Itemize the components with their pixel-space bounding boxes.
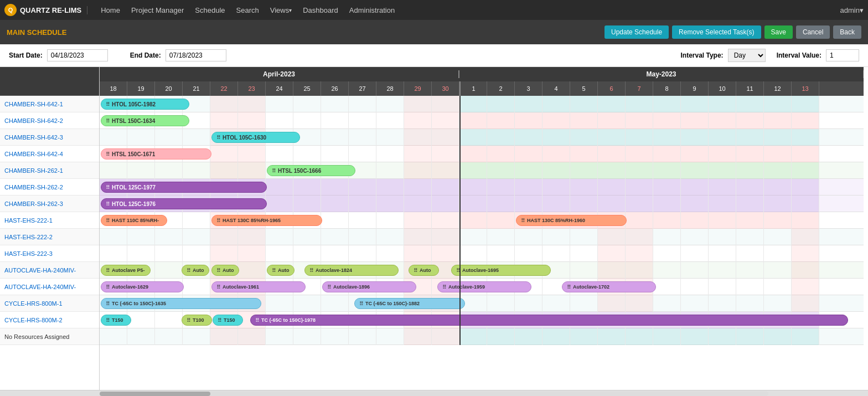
resource-cell[interactable]: HAST-EHS-222-3 xyxy=(0,245,99,262)
nav-schedule[interactable]: Schedule xyxy=(189,0,230,20)
task-htsl-1634[interactable]: HTSL 150C-1634 xyxy=(101,115,189,126)
resource-cell[interactable]: CHAMBER-SH-642-1 xyxy=(0,96,99,112)
task-autoclave-1702[interactable]: Autoclave-1702 xyxy=(562,281,656,292)
resource-cell[interactable]: CYCLE-HRS-800M-2 xyxy=(0,312,99,328)
resource-column: CHAMBER-SH-642-1 CHAMBER-SH-642-2 CHAMBE… xyxy=(0,67,100,390)
gantt-row-642-3: HTOL 105C-1630 xyxy=(100,129,864,146)
day-24: 24 xyxy=(266,81,293,96)
task-htsl-1671[interactable]: HTSL 150C-1671 xyxy=(101,148,211,160)
task-autoclave-1896[interactable]: Autoclave-1896 xyxy=(322,281,416,292)
save-button[interactable]: Save xyxy=(764,25,793,39)
gantt-row-262-1: HTSL 150C-1666 xyxy=(100,162,864,179)
task-tc-65c-1978[interactable]: TC (-65C to 150C)-1978 xyxy=(250,315,848,326)
task-auto-2[interactable]: Auto xyxy=(211,265,239,276)
month-may: May-2023 xyxy=(459,70,864,78)
resource-cell[interactable]: AUTOCLAVE-HA-240MIV- xyxy=(0,279,99,295)
interval-value-label: Interval Value: xyxy=(777,52,822,59)
back-button[interactable]: Back xyxy=(833,25,861,39)
interval-value-input[interactable] xyxy=(826,49,859,61)
interval-type-field: Interval Type: Day Week Month xyxy=(680,49,765,62)
nav-search[interactable]: Search xyxy=(231,0,265,20)
gantt-row-642-4: HTSL 150C-1671 xyxy=(100,146,864,162)
nav-home[interactable]: Home xyxy=(95,0,126,20)
task-auto-3[interactable]: Auto xyxy=(267,265,294,276)
day-29: 29 xyxy=(404,81,432,96)
task-hast-130c-1965[interactable]: HAST 130C 85%RH-1965 xyxy=(211,215,322,226)
task-tc-65c-1882[interactable]: TC (-65C to 150C)-1882 xyxy=(354,298,465,309)
chart-area[interactable]: April-2023 May-2023 18 19 20 21 22 23 24… xyxy=(100,67,868,390)
update-schedule-button[interactable]: Update Schedule xyxy=(604,25,669,39)
day-3: 3 xyxy=(515,81,542,96)
gantt-row-cycle-800m-1: TC (-65C to 150C)-1635 TC (-65C to 150C)… xyxy=(100,295,864,312)
day-28: 28 xyxy=(376,81,404,96)
gantt-row-262-2: HTOL 125C-1977 xyxy=(100,179,864,196)
task-autoclave-1959[interactable]: Autoclave-1959 xyxy=(437,281,531,292)
gantt-row-hast-222-3 xyxy=(100,245,864,262)
nav-views[interactable]: Views xyxy=(265,0,297,20)
resource-cell[interactable]: CYCLE-HRS-800M-1 xyxy=(0,295,99,312)
month-april: April-2023 xyxy=(100,70,459,78)
resource-cell[interactable]: HAST-EHS-222-2 xyxy=(0,229,99,245)
page-title: MAIN SCHEDULE xyxy=(7,28,66,37)
gantt-row-hast-222-1: HAST 110C 85%RH- HAST 130C 85%RH-1965 HA… xyxy=(100,212,864,229)
admin-menu[interactable]: admin xyxy=(840,6,864,14)
month-header: April-2023 May-2023 xyxy=(100,67,864,81)
interval-section: Interval Type: Day Week Month Interval V… xyxy=(680,49,859,62)
task-t150-2[interactable]: T150 xyxy=(213,315,243,326)
day-19: 19 xyxy=(127,81,155,96)
cancel-button[interactable]: Cancel xyxy=(796,25,830,39)
task-htol-1976[interactable]: HTOL 125C-1976 xyxy=(101,198,267,209)
task-t100[interactable]: T100 xyxy=(182,315,212,326)
resource-cell[interactable]: CHAMBER-SH-642-2 xyxy=(0,112,99,129)
task-autoclave-1961[interactable]: Autoclave-1961 xyxy=(211,281,306,292)
resource-cell[interactable]: HAST-EHS-222-1 xyxy=(0,212,99,229)
gantt-row-642-2: HTSL 150C-1634 xyxy=(100,112,864,129)
resource-cell[interactable]: CHAMBER-SH-262-1 xyxy=(0,162,99,179)
task-t150-1[interactable]: T150 xyxy=(101,315,131,326)
task-htol-1630[interactable]: HTOL 105C-1630 xyxy=(211,132,300,143)
logo-icon: Q xyxy=(4,4,17,16)
task-auto-4[interactable]: Auto xyxy=(409,265,439,276)
app-logo: Q QUARTZ RE-LIMS xyxy=(4,4,90,16)
day-21: 21 xyxy=(183,81,210,96)
sub-header: MAIN SCHEDULE Update Schedule Remove Sel… xyxy=(0,20,868,44)
task-hast-110c[interactable]: HAST 110C 85%RH- xyxy=(101,215,167,226)
task-auto-1[interactable]: Auto xyxy=(182,265,209,276)
resource-cell[interactable]: CHAMBER-SH-262-3 xyxy=(0,196,99,212)
task-htol-1982[interactable]: HTOL 105C-1982 xyxy=(101,99,189,110)
nav-administration[interactable]: Administration xyxy=(344,0,400,20)
start-date-input[interactable] xyxy=(47,49,108,61)
interval-type-select[interactable]: Day Week Month xyxy=(728,49,766,62)
nav-project-manager[interactable]: Project Manager xyxy=(126,0,189,20)
day-27: 27 xyxy=(349,81,376,96)
task-htsl-1666[interactable]: HTSL 150C-1666 xyxy=(267,165,355,176)
remove-tasks-button[interactable]: Remove Selected Task(s) xyxy=(672,25,761,39)
task-autoclave-p5[interactable]: Autoclave P5- xyxy=(101,265,151,276)
nav-dashboard[interactable]: Dashboard xyxy=(297,0,344,20)
task-tc-65c-1635[interactable]: TC (-65C to 150C)-1635 xyxy=(101,298,261,309)
gantt-row-262-3: HTOL 125C-1976 xyxy=(100,196,864,212)
day-7: 7 xyxy=(626,81,653,96)
resource-cell[interactable]: CHAMBER-SH-642-3 xyxy=(0,129,99,146)
day-6: 6 xyxy=(598,81,626,96)
chart-scroll: April-2023 May-2023 18 19 20 21 22 23 24… xyxy=(100,67,864,345)
gantt-row-hast-222-2 xyxy=(100,229,864,245)
top-navigation: Q QUARTZ RE-LIMS Home Project Manager Sc… xyxy=(0,0,868,20)
end-date-input[interactable] xyxy=(166,49,226,61)
scrollbar-thumb[interactable] xyxy=(100,392,210,396)
task-autoclave-1695[interactable]: Autoclave-1695 xyxy=(451,265,551,276)
resource-cell[interactable]: CHAMBER-SH-262-2 xyxy=(0,179,99,196)
end-date-label: End Date: xyxy=(130,52,161,59)
gantt-row-cycle-800m-2: T150 T100 T150 TC (-65C to 150C)-1978 xyxy=(100,312,864,328)
task-autoclave-1824[interactable]: Autoclave-1824 xyxy=(304,265,399,276)
day-9: 9 xyxy=(681,81,709,96)
day-8: 8 xyxy=(653,81,681,96)
resource-cell[interactable]: AUTOCLAVE-HA-240MIV- xyxy=(0,262,99,279)
day-26: 26 xyxy=(321,81,349,96)
horizontal-scrollbar-area[interactable] xyxy=(0,390,868,396)
task-hast-130c-1960[interactable]: HAST 130C 85%RH-1960 xyxy=(516,215,627,226)
resource-cell[interactable]: CHAMBER-SH-642-4 xyxy=(0,146,99,162)
task-autoclave-1629[interactable]: Autoclave-1629 xyxy=(101,281,184,292)
task-htol-1977[interactable]: HTOL 125C-1977 xyxy=(101,182,267,193)
resource-cell-no-assign: No Resources Assigned xyxy=(0,328,99,345)
